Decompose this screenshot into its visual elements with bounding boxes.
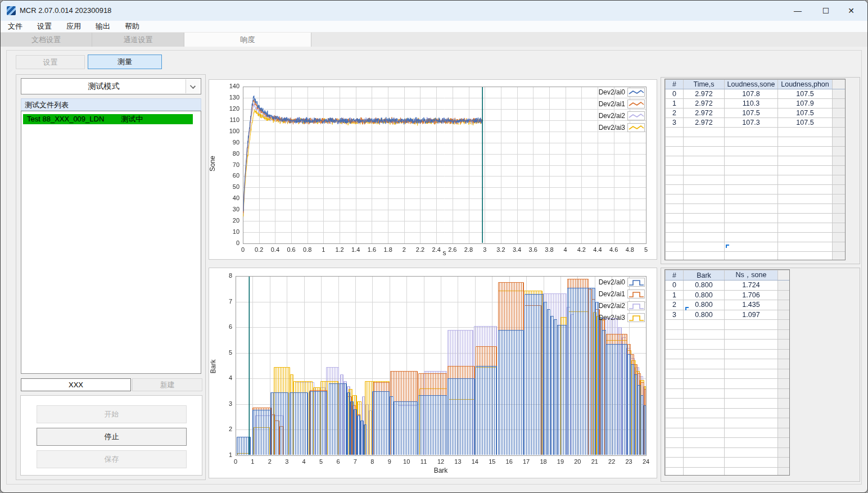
tab-loudness[interactable]: 响度	[184, 33, 311, 47]
maximize-button[interactable]: ☐	[815, 3, 837, 19]
table-cell[interactable]	[725, 166, 778, 175]
specific-loudness-chart[interactable]	[209, 268, 657, 478]
table-cell[interactable]	[725, 185, 778, 195]
table-cell[interactable]	[725, 156, 778, 166]
table-cell[interactable]	[725, 340, 778, 350]
list-item-selected[interactable]: Test 88_XXX_009_LDN 测试中	[23, 114, 193, 124]
table-cell[interactable]	[725, 214, 778, 223]
table-cell[interactable]	[684, 214, 725, 223]
table-cell[interactable]	[666, 320, 684, 330]
table-cell[interactable]	[666, 175, 684, 185]
table-cell[interactable]	[725, 458, 778, 468]
table-cell[interactable]	[778, 156, 833, 166]
table-cell[interactable]	[725, 223, 778, 233]
table-cell[interactable]: 1	[666, 290, 684, 300]
table-cell[interactable]	[725, 204, 778, 214]
table-cell[interactable]	[725, 359, 778, 369]
table-cell[interactable]	[778, 214, 833, 223]
table-cell[interactable]	[725, 369, 778, 379]
table-cell[interactable]: 1.097	[725, 310, 778, 320]
table-cell[interactable]	[666, 428, 684, 438]
table-cell[interactable]	[666, 252, 684, 261]
table-cell[interactable]: 3	[666, 310, 684, 320]
table-cell[interactable]	[684, 329, 725, 340]
table-cell[interactable]	[778, 147, 833, 156]
test-mode-select[interactable]: 测试模式	[21, 78, 201, 94]
table-cell[interactable]	[666, 408, 684, 418]
table-cell[interactable]	[725, 175, 778, 185]
table-cell[interactable]: 1.435	[725, 300, 778, 310]
table-cell[interactable]	[666, 214, 684, 223]
table-cell[interactable]	[666, 359, 684, 369]
table-cell[interactable]	[725, 137, 778, 147]
save-button[interactable]: 保存	[37, 450, 187, 468]
table-cell[interactable]	[725, 418, 778, 428]
table-cell[interactable]: 2.972	[684, 118, 725, 128]
table-cell[interactable]	[666, 242, 684, 252]
table-cell[interactable]	[684, 233, 725, 242]
table-cell[interactable]: 0.800	[684, 290, 725, 300]
table-cell[interactable]: 0	[666, 281, 684, 291]
close-button[interactable]: ✕	[840, 3, 862, 19]
table-cell[interactable]: 107.3	[725, 118, 778, 128]
table-cell[interactable]	[666, 447, 684, 458]
table-cell[interactable]	[684, 428, 725, 438]
table-cell[interactable]	[684, 340, 725, 350]
table-cell[interactable]: 0.800	[684, 300, 725, 310]
tab-document-settings[interactable]: 文档设置	[1, 33, 92, 47]
table-cell[interactable]: 2.972	[684, 99, 725, 108]
table-cell[interactable]	[778, 233, 833, 242]
table-cell[interactable]	[666, 195, 684, 204]
table-cell[interactable]	[666, 388, 684, 399]
table-cell[interactable]	[666, 223, 684, 233]
table-cell[interactable]	[666, 349, 684, 359]
menu-settings[interactable]: 设置	[30, 20, 59, 33]
table-cell[interactable]	[725, 195, 778, 204]
table-cell[interactable]	[778, 223, 833, 233]
table-cell[interactable]	[725, 379, 778, 389]
table-cell[interactable]	[666, 340, 684, 350]
table-cell[interactable]: 1.706	[725, 290, 778, 300]
table-cell[interactable]	[778, 175, 833, 185]
table-cell[interactable]	[725, 388, 778, 399]
table-cell[interactable]: 2.972	[684, 108, 725, 118]
new-button[interactable]: 新建	[132, 378, 202, 391]
table-cell[interactable]	[666, 185, 684, 195]
table-cell[interactable]	[684, 467, 725, 476]
table-cell[interactable]: 107.5	[778, 118, 833, 128]
table-cell[interactable]	[684, 128, 725, 137]
table-cell[interactable]	[725, 428, 778, 438]
table-cell[interactable]	[725, 467, 778, 476]
table-cell[interactable]	[778, 242, 833, 252]
table-cell[interactable]	[725, 438, 778, 448]
table-cell[interactable]: 107.5	[778, 89, 833, 99]
table-cell[interactable]	[666, 458, 684, 468]
table-cell[interactable]	[684, 156, 725, 166]
table-cell[interactable]	[684, 223, 725, 233]
table-cell[interactable]	[684, 458, 725, 468]
table-cell[interactable]	[666, 233, 684, 242]
table-cell[interactable]: 107.8	[725, 89, 778, 99]
table-cell[interactable]	[666, 369, 684, 379]
table-cell[interactable]	[666, 467, 684, 476]
table-cell[interactable]	[725, 349, 778, 359]
table-cell[interactable]	[684, 242, 725, 252]
start-button[interactable]: 开始	[37, 405, 187, 423]
menu-output[interactable]: 输出	[88, 20, 117, 33]
table-cell[interactable]	[684, 185, 725, 195]
stop-button[interactable]: 停止	[37, 428, 187, 446]
tab-channel-settings[interactable]: 通道设置	[92, 33, 184, 47]
table-cell[interactable]	[666, 137, 684, 147]
table-cell[interactable]	[666, 156, 684, 166]
table-cell[interactable]	[725, 447, 778, 458]
table-cell[interactable]	[684, 408, 725, 418]
table-cell[interactable]	[666, 204, 684, 214]
table-cell[interactable]	[684, 438, 725, 448]
table-cell[interactable]	[666, 166, 684, 175]
table-cell[interactable]	[684, 379, 725, 389]
table-cell[interactable]	[725, 252, 778, 261]
table-cell[interactable]	[725, 329, 778, 340]
table-cell[interactable]: 0	[666, 89, 684, 99]
table-cell[interactable]	[684, 418, 725, 428]
table-cell[interactable]	[725, 408, 778, 418]
